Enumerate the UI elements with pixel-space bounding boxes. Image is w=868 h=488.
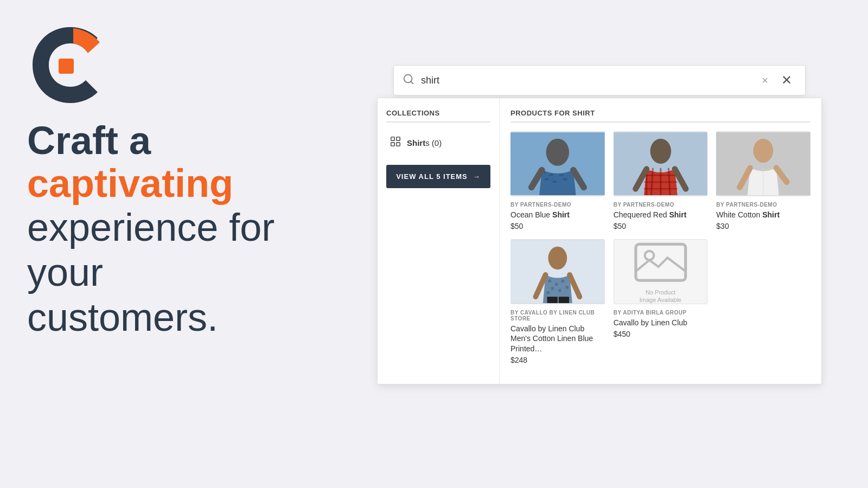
svg-point-33: [558, 289, 561, 292]
product-name-white-cotton: White Cotton Shirt: [716, 210, 810, 220]
svg-rect-11: [545, 178, 549, 180]
search-icon: [403, 73, 414, 87]
svg-rect-3: [391, 137, 394, 140]
product-price-cavallo-blue: $248: [510, 356, 605, 364]
svg-rect-37: [559, 297, 569, 303]
product-price-white-cotton: $30: [716, 222, 810, 230]
product-name-aditya: Cavallo by Linen Club: [614, 318, 708, 328]
product-name-cavallo-blue: Cavallo by Linen Club Men's Cotton Linen…: [510, 324, 605, 354]
collections-column: Collections Shirts (0) VIEW ALL 5 ITEMS …: [378, 98, 500, 384]
view-all-label: VIEW ALL 5 ITEMS: [396, 172, 468, 181]
product-name-ocean-blue: Ocean Blue Shirt: [510, 210, 605, 220]
svg-point-30: [555, 282, 558, 286]
product-price-ocean-blue: $50: [510, 222, 605, 230]
svg-rect-13: [559, 174, 564, 176]
product-image-placeholder: No ProductImage Available: [614, 239, 708, 304]
hero-line2: captivating: [27, 162, 304, 205]
hero-line1: Craft a: [27, 119, 304, 162]
products-title: Products for shirt: [510, 109, 810, 123]
product-price-chequered-red: $50: [614, 222, 708, 230]
search-clear-button[interactable]: ×: [757, 72, 773, 89]
svg-point-25: [754, 139, 774, 163]
product-card-ocean-blue[interactable]: BY PARTNERS-DEMO Ocean Blue Shirt $50: [510, 131, 605, 230]
grid-icon: [390, 136, 401, 150]
svg-point-34: [547, 291, 550, 294]
search-close-button[interactable]: ✕: [777, 70, 796, 90]
collections-title: Collections: [386, 109, 490, 123]
svg-point-28: [548, 247, 567, 269]
svg-rect-5: [391, 143, 394, 146]
search-bar: × ✕: [393, 65, 806, 95]
collection-label-shirts: Shirts (0): [407, 138, 442, 147]
product-card-no-image[interactable]: No ProductImage Available BY ADITYA BIRL…: [614, 239, 708, 364]
product-image-chequered-red: [614, 131, 708, 196]
svg-point-32: [551, 287, 554, 290]
right-panel: × ✕ Collections Shirts (0): [331, 0, 868, 488]
results-panel: Collections Shirts (0) VIEW ALL 5 ITEMS …: [377, 98, 822, 384]
svg-point-29: [548, 280, 551, 283]
svg-rect-0: [59, 59, 74, 74]
svg-rect-4: [397, 137, 400, 140]
svg-point-35: [565, 286, 569, 289]
svg-rect-38: [636, 245, 686, 281]
hero-line4: your customers.: [27, 250, 304, 340]
product-name-chequered-red: Chequered Red Shirt: [614, 210, 708, 220]
svg-rect-10: [549, 174, 553, 176]
svg-rect-12: [552, 181, 557, 183]
product-card-chequered-red[interactable]: BY PARTNERS-DEMO Chequered Red Shirt $50: [614, 131, 708, 230]
left-panel: Craft a captivating experience for your …: [0, 0, 331, 488]
product-by-aditya: BY ADITYA BIRLA GROUP: [614, 310, 708, 316]
hero-text: Craft a captivating experience for your …: [27, 119, 304, 340]
logo: [27, 22, 114, 108]
search-input[interactable]: [421, 75, 757, 86]
products-column: Products for shirt: [500, 98, 821, 384]
product-by-white-cotton: BY PARTNERS-DEMO: [716, 202, 810, 208]
svg-rect-36: [547, 297, 558, 303]
product-image-ocean-blue: [510, 131, 605, 196]
product-image-cavallo-blue: [510, 239, 605, 304]
svg-point-8: [546, 139, 569, 166]
product-by-cavallo-blue: BY CAVALLO BY LINEN CLUB STORE: [510, 310, 605, 322]
svg-point-31: [561, 280, 565, 283]
svg-point-16: [650, 139, 671, 164]
product-price-aditya: $450: [614, 330, 708, 338]
products-row-2: BY CAVALLO BY LINEN CLUB STORE Cavallo b…: [510, 239, 810, 364]
product-image-white-cotton: [716, 131, 810, 196]
view-all-button[interactable]: VIEW ALL 5 ITEMS →: [386, 165, 490, 188]
arrow-icon: →: [473, 172, 481, 181]
svg-rect-6: [397, 143, 400, 146]
svg-line-2: [411, 81, 413, 84]
collection-item-shirts[interactable]: Shirts (0): [386, 131, 490, 154]
hero-line3: experience for: [27, 205, 304, 250]
svg-rect-14: [563, 178, 567, 180]
product-card-cavallo-blue[interactable]: BY CAVALLO BY LINEN CLUB STORE Cavallo b…: [510, 239, 605, 364]
product-by-ocean-blue: BY PARTNERS-DEMO: [510, 202, 605, 208]
product-by-chequered-red: BY PARTNERS-DEMO: [614, 202, 708, 208]
products-row-1: BY PARTNERS-DEMO Ocean Blue Shirt $50: [510, 131, 810, 230]
product-card-white-cotton[interactable]: BY PARTNERS-DEMO White Cotton Shirt $30: [716, 131, 810, 230]
